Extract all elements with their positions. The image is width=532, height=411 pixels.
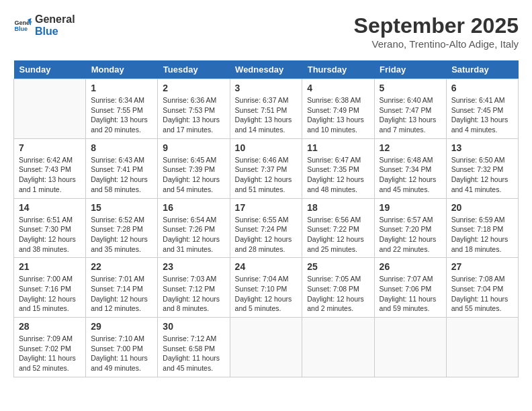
logo-line1: General [35,13,75,26]
calendar-cell: 19Sunrise: 6:57 AM Sunset: 7:20 PM Dayli… [374,198,446,258]
logo-icon: General Blue [13,16,32,35]
day-number: 11 [307,142,369,153]
day-info: Sunrise: 7:08 AM Sunset: 7:04 PM Dayligh… [451,274,513,314]
calendar-cell [14,79,86,139]
day-info: Sunrise: 6:34 AM Sunset: 7:55 PM Dayligh… [91,95,152,135]
calendar-cell: 13Sunrise: 6:50 AM Sunset: 7:32 PM Dayli… [446,138,518,198]
day-number: 30 [163,321,224,332]
week-row-4: 21Sunrise: 7:00 AM Sunset: 7:16 PM Dayli… [14,258,519,318]
day-number: 18 [307,202,369,213]
day-number: 17 [235,202,298,213]
calendar-cell: 27Sunrise: 7:08 AM Sunset: 7:04 PM Dayli… [446,258,518,318]
day-number: 23 [163,261,224,272]
day-header-sunday: Sunday [14,60,86,79]
logo-line2: Blue [35,26,75,38]
calendar-cell: 15Sunrise: 6:52 AM Sunset: 7:28 PM Dayli… [86,198,158,258]
day-number: 20 [451,202,513,213]
day-number: 25 [307,261,369,272]
calendar-cell: 24Sunrise: 7:04 AM Sunset: 7:10 PM Dayli… [230,258,302,318]
day-info: Sunrise: 6:42 AM Sunset: 7:43 PM Dayligh… [19,155,81,195]
calendar-cell [446,318,518,377]
day-header-tuesday: Tuesday [158,60,230,79]
header-row: SundayMondayTuesdayWednesdayThursdayFrid… [14,60,519,79]
day-number: 19 [380,202,441,213]
day-info: Sunrise: 6:37 AM Sunset: 7:51 PM Dayligh… [235,95,298,135]
day-header-saturday: Saturday [446,60,518,79]
week-row-2: 7Sunrise: 6:42 AM Sunset: 7:43 PM Daylig… [14,138,519,198]
day-number: 26 [380,261,441,272]
day-info: Sunrise: 7:07 AM Sunset: 7:06 PM Dayligh… [380,274,441,314]
week-row-3: 14Sunrise: 6:51 AM Sunset: 7:30 PM Dayli… [14,198,519,258]
calendar-cell [302,318,374,377]
day-info: Sunrise: 6:48 AM Sunset: 7:34 PM Dayligh… [380,155,441,195]
day-number: 21 [19,261,81,272]
day-number: 1 [91,83,152,93]
day-header-thursday: Thursday [302,60,374,79]
calendar-cell: 5Sunrise: 6:40 AM Sunset: 7:47 PM Daylig… [374,79,446,139]
day-info: Sunrise: 7:01 AM Sunset: 7:14 PM Dayligh… [91,274,152,314]
day-info: Sunrise: 6:56 AM Sunset: 7:22 PM Dayligh… [307,215,369,255]
day-info: Sunrise: 6:50 AM Sunset: 7:32 PM Dayligh… [451,155,513,195]
day-number: 5 [380,83,441,93]
day-number: 16 [163,202,224,213]
calendar-cell: 26Sunrise: 7:07 AM Sunset: 7:06 PM Dayli… [374,258,446,318]
calendar-cell: 3Sunrise: 6:37 AM Sunset: 7:51 PM Daylig… [230,79,302,139]
day-number: 14 [19,202,81,213]
day-number: 28 [19,321,81,332]
calendar-cell: 29Sunrise: 7:10 AM Sunset: 7:00 PM Dayli… [86,318,158,377]
day-info: Sunrise: 6:52 AM Sunset: 7:28 PM Dayligh… [91,215,152,255]
calendar-cell: 6Sunrise: 6:41 AM Sunset: 7:45 PM Daylig… [446,79,518,139]
calendar-cell [374,318,446,377]
day-info: Sunrise: 6:45 AM Sunset: 7:39 PM Dayligh… [163,155,224,195]
day-number: 15 [91,202,152,213]
day-info: Sunrise: 7:12 AM Sunset: 6:58 PM Dayligh… [163,334,224,373]
calendar-cell: 8Sunrise: 6:43 AM Sunset: 7:41 PM Daylig… [86,138,158,198]
calendar-cell: 10Sunrise: 6:46 AM Sunset: 7:37 PM Dayli… [230,138,302,198]
day-number: 10 [235,142,298,153]
day-info: Sunrise: 6:57 AM Sunset: 7:20 PM Dayligh… [380,215,441,255]
calendar-cell: 28Sunrise: 7:09 AM Sunset: 7:02 PM Dayli… [14,318,86,377]
day-info: Sunrise: 7:03 AM Sunset: 7:12 PM Dayligh… [163,274,224,314]
month-title: September 2025 [354,13,519,38]
day-number: 24 [235,261,298,272]
day-header-friday: Friday [374,60,446,79]
page-header: General Blue General Blue September 2025… [13,13,519,50]
calendar-cell: 30Sunrise: 7:12 AM Sunset: 6:58 PM Dayli… [158,318,230,377]
location-subtitle: Verano, Trentino-Alto Adige, Italy [354,38,519,50]
calendar-cell: 14Sunrise: 6:51 AM Sunset: 7:30 PM Dayli… [14,198,86,258]
logo: General Blue General Blue [13,13,75,37]
day-header-wednesday: Wednesday [230,60,302,79]
day-number: 27 [451,261,513,272]
day-info: Sunrise: 6:40 AM Sunset: 7:47 PM Dayligh… [380,95,441,135]
calendar-cell: 25Sunrise: 7:05 AM Sunset: 7:08 PM Dayli… [302,258,374,318]
calendar-cell: 17Sunrise: 6:55 AM Sunset: 7:24 PM Dayli… [230,198,302,258]
day-info: Sunrise: 6:46 AM Sunset: 7:37 PM Dayligh… [235,155,298,195]
week-row-5: 28Sunrise: 7:09 AM Sunset: 7:02 PM Dayli… [14,318,519,377]
day-header-monday: Monday [86,60,158,79]
day-number: 2 [163,83,224,93]
day-info: Sunrise: 7:10 AM Sunset: 7:00 PM Dayligh… [91,334,152,373]
day-number: 7 [19,142,81,153]
day-number: 22 [91,261,152,272]
day-info: Sunrise: 7:00 AM Sunset: 7:16 PM Dayligh… [19,274,81,314]
calendar-cell: 22Sunrise: 7:01 AM Sunset: 7:14 PM Dayli… [86,258,158,318]
calendar-cell [230,318,302,377]
week-row-1: 1Sunrise: 6:34 AM Sunset: 7:55 PM Daylig… [14,79,519,139]
day-info: Sunrise: 6:55 AM Sunset: 7:24 PM Dayligh… [235,215,298,255]
day-number: 29 [91,321,152,332]
calendar-cell: 9Sunrise: 6:45 AM Sunset: 7:39 PM Daylig… [158,138,230,198]
calendar-cell: 1Sunrise: 6:34 AM Sunset: 7:55 PM Daylig… [86,79,158,139]
day-number: 8 [91,142,152,153]
day-info: Sunrise: 6:47 AM Sunset: 7:35 PM Dayligh… [307,155,369,195]
calendar-cell: 4Sunrise: 6:38 AM Sunset: 7:49 PM Daylig… [302,79,374,139]
day-info: Sunrise: 7:05 AM Sunset: 7:08 PM Dayligh… [307,274,369,314]
calendar-cell: 20Sunrise: 6:59 AM Sunset: 7:18 PM Dayli… [446,198,518,258]
day-number: 9 [163,142,224,153]
day-number: 4 [307,83,369,93]
calendar-cell: 21Sunrise: 7:00 AM Sunset: 7:16 PM Dayli… [14,258,86,318]
day-info: Sunrise: 6:43 AM Sunset: 7:41 PM Dayligh… [91,155,152,195]
day-number: 12 [380,142,441,153]
day-number: 3 [235,83,298,93]
day-info: Sunrise: 6:59 AM Sunset: 7:18 PM Dayligh… [451,215,513,255]
calendar-cell: 18Sunrise: 6:56 AM Sunset: 7:22 PM Dayli… [302,198,374,258]
